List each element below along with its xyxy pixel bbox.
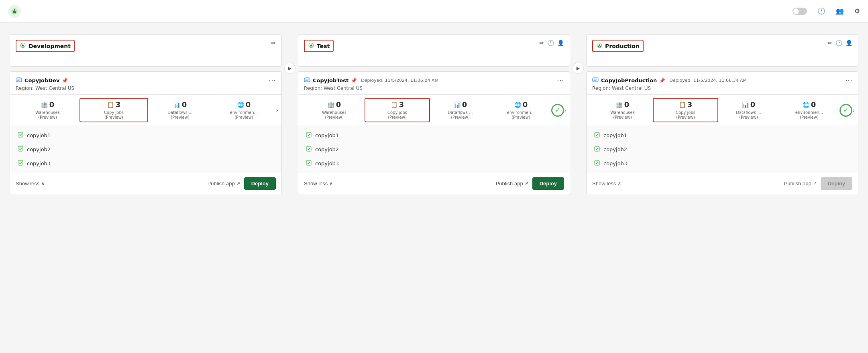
footer-right-test: Publish app ↗ Deploy — [496, 177, 564, 190]
stat-count-test-0: 0 — [336, 100, 341, 109]
card-region-production: Region: West Central US — [592, 85, 747, 91]
deploy-button-test[interactable]: Deploy — [532, 177, 564, 190]
stat-count-production-3: 0 — [811, 100, 816, 109]
deploy-label-test: Deploy — [540, 181, 557, 187]
card-header-left-development: CopyJobDev 📌 Region: West Central US — [16, 77, 74, 91]
svg-point-7 — [24, 46, 24, 47]
stats-row-development: 🏢 0 Warehouses(Preview) 📋 3 Copy jobs(Pr… — [10, 95, 281, 126]
publish-app-button-test[interactable]: Publish app ↗ — [496, 181, 528, 187]
stage-header-production: Production ✏️🕐👤 — [586, 34, 858, 67]
stat-item-test-1[interactable]: 📋 3 Copy jobs(Preview) — [365, 98, 430, 122]
stat-icon-test-2: 📊 — [454, 101, 460, 108]
publish-app-button-production[interactable]: Publish app ↗ — [784, 181, 817, 187]
stage-name-production: Production — [605, 43, 640, 49]
footer-right-production: Publish app ↗ Deploy — [784, 177, 852, 190]
stat-label-test-1: Copy jobs(Preview) — [387, 110, 407, 120]
show-less-button-production[interactable]: Show less ∧ — [592, 181, 621, 187]
settings-icon[interactable]: ⚙️ — [854, 7, 860, 15]
stage-column-development: Development ✏️ — [10, 34, 282, 194]
stage-header-development: Development ✏️ — [10, 34, 282, 67]
list-item-test-1: copyjob2 — [304, 143, 564, 156]
stat-icon-production-1: 📋 — [679, 101, 686, 108]
deploy-label-production: Deploy — [828, 181, 845, 187]
stat-icon-test-0: 🏢 — [328, 101, 334, 108]
items-list-production: copyjob1 copyjob2 copyjob3 — [587, 126, 858, 173]
list-item-development-1: copyjob2 — [16, 143, 276, 156]
card-pin-icon-development: 📌 — [62, 78, 68, 83]
card-deployed-production: Deployed: 11/5/2024, 11:06:34 AM — [669, 78, 747, 83]
stats-arrow-test[interactable]: › — [564, 107, 566, 114]
list-item-production-2: copyjob3 — [592, 157, 852, 170]
stage-name-badge-production: Production — [592, 40, 644, 52]
stats-row-test: 🏢 0 Warehouses(Preview) 📋 3 Copy jobs(Pr… — [298, 95, 570, 126]
deploy-label-development: Deploy — [251, 181, 269, 187]
stat-item-production-0[interactable]: 🏢 0 Warehouses(Preview) — [592, 100, 653, 120]
stage-name-badge-test: Test — [304, 40, 334, 52]
edit-stage-icon-development[interactable]: ✏️ — [271, 40, 276, 46]
history-stage-icon-production[interactable]: 🕐 — [835, 40, 842, 46]
stat-icon-test-1: 📋 — [391, 101, 397, 108]
card-title-icon-test — [304, 77, 310, 84]
stat-item-development-3[interactable]: 🌐 0 environmen...(Preview) — [212, 100, 276, 120]
stat-label-test-2: Dataflows ...(Preview) — [448, 110, 473, 120]
stage-badge-icon-test — [308, 42, 314, 50]
edit-stage-icon-test[interactable]: ✏️ — [539, 40, 544, 46]
svg-rect-16 — [304, 78, 310, 82]
stage-name-badge-development: Development — [16, 40, 75, 52]
stat-count-development-1: 3 — [116, 100, 121, 109]
card-menu-development[interactable]: ⋯ — [269, 77, 276, 84]
show-less-button-development[interactable]: Show less ∧ — [16, 181, 45, 187]
list-item-icon-test-1 — [306, 146, 312, 153]
arrow-button-2[interactable]: ▶ — [573, 63, 584, 74]
card-menu-production[interactable]: ⋯ — [845, 77, 852, 84]
show-less-button-test[interactable]: Show less ∧ — [304, 181, 333, 187]
card-menu-test[interactable]: ⋯ — [557, 77, 564, 84]
stat-item-test-2[interactable]: 📊 0 Dataflows ...(Preview) — [430, 100, 491, 120]
stage-header-actions-test: ✏️🕐👤 — [539, 40, 564, 46]
stats-arrow-production[interactable]: › — [852, 107, 855, 114]
svg-point-21 — [599, 45, 600, 47]
assign-stage-icon-test[interactable]: 👤 — [557, 40, 564, 46]
stat-count-production-1: 3 — [687, 100, 693, 109]
chevron-up-icon-development: ∧ — [41, 181, 45, 187]
stat-item-development-1[interactable]: 📋 3 Copy jobs(Preview) — [79, 98, 148, 122]
edit-stage-icon-production[interactable]: ✏️ — [827, 40, 832, 46]
history-stage-icon-test[interactable]: 🕐 — [547, 40, 554, 46]
stage-header-actions-development: ✏️ — [271, 40, 276, 46]
stat-item-development-0[interactable]: 🏢 0 Warehouses(Preview) — [16, 100, 79, 120]
arrow-button-1[interactable]: ▶ — [284, 63, 295, 74]
items-list-test: copyjob1 copyjob2 copyjob3 — [298, 126, 570, 173]
external-link-icon-production: ↗ — [813, 181, 817, 186]
stage-card-production: CopyJobProduction 📌 Deployed: 11/5/2024,… — [586, 71, 858, 194]
card-header-production: CopyJobProduction 📌 Deployed: 11/5/2024,… — [587, 72, 858, 94]
stat-item-production-3[interactable]: 🌐 0 environmen...(Preview) — [779, 100, 839, 120]
svg-point-3 — [15, 12, 16, 13]
stat-item-production-2[interactable]: 📊 0 Dataflows ...(Preview) — [718, 100, 779, 120]
deploy-button-production[interactable]: Deploy — [821, 177, 852, 190]
stat-item-production-1[interactable]: 📋 3 Copy jobs(Preview) — [653, 98, 718, 122]
card-deployed-test: Deployed: 11/5/2024, 11:06:04 AM — [361, 78, 438, 83]
stage-card-test: CopyJobTest 📌 Deployed: 11/5/2024, 11:06… — [298, 71, 570, 194]
success-indicator-production: ✓ — [839, 104, 852, 117]
stat-item-test-3[interactable]: 🌐 0 environmen...(Preview) — [491, 100, 551, 120]
deployment-history-button[interactable]: 🕐 — [817, 7, 828, 15]
toggle-switch[interactable] — [793, 8, 807, 15]
manage-access-button[interactable]: 👥 — [836, 7, 846, 15]
new-deployment-pipelines-toggle[interactable] — [793, 8, 809, 15]
stat-item-test-0[interactable]: 🏢 0 Warehouses(Preview) — [304, 100, 365, 120]
card-title-row-test: CopyJobTest 📌 Deployed: 11/5/2024, 11:06… — [304, 77, 438, 84]
card-title-row-production: CopyJobProduction 📌 Deployed: 11/5/2024,… — [592, 77, 747, 84]
assign-stage-icon-production[interactable]: 👤 — [846, 40, 852, 46]
publish-app-button-development[interactable]: Publish app ↗ — [208, 181, 240, 187]
list-item-name-development-0: copyjob1 — [27, 132, 51, 138]
stat-count-development-0: 0 — [49, 100, 55, 109]
stats-arrow-development[interactable]: › — [276, 107, 278, 114]
card-header-left-test: CopyJobTest 📌 Deployed: 11/5/2024, 11:06… — [304, 77, 438, 91]
stage-header-left-test: Test — [304, 40, 334, 52]
stat-count-production-2: 0 — [750, 100, 756, 109]
stage-name-development: Development — [29, 43, 71, 49]
stage-badge-icon-production — [596, 42, 603, 50]
stat-icon-production-3: 🌐 — [803, 101, 809, 108]
stat-item-development-2[interactable]: 📊 0 Dataflows ...(Preview) — [148, 100, 212, 120]
deploy-button-development[interactable]: Deploy — [244, 177, 276, 190]
